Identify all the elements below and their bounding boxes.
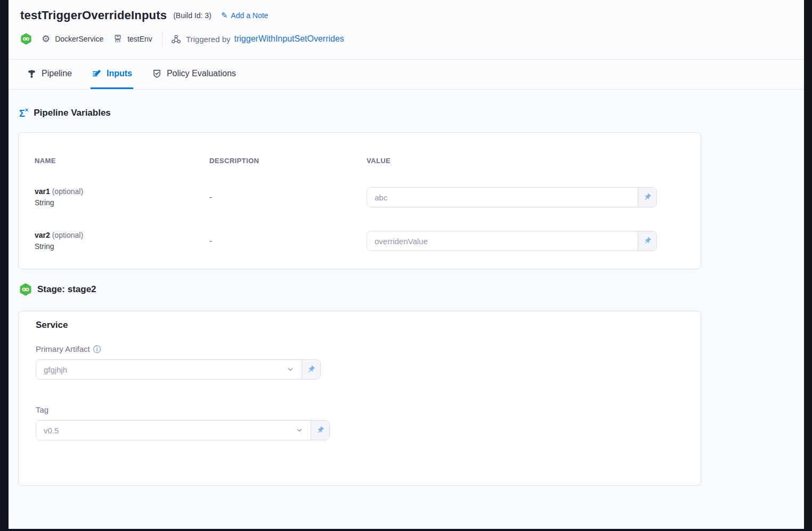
pin-icon [307,365,315,374]
variable-value-field: abc [367,187,657,207]
execution-header: testTriggerOverrideInputs (Build Id: 3) … [9,0,804,60]
execution-tabbar: Pipeline Inputs Policy Evaluations [9,60,804,90]
inputs-icon [92,69,102,79]
variable-optional-label: (optional) [52,231,83,239]
trigger-info: Triggered by [171,34,231,44]
variable-type: String [35,241,200,252]
tab-inputs[interactable]: Inputs [91,60,133,89]
chevron-down-icon [287,366,294,373]
pipeline-icon [27,69,37,79]
variable-name: var1 [35,187,50,196]
tab-pipeline-label: Pipeline [42,69,72,78]
service-name: DockerService [55,35,103,43]
pin-button[interactable] [638,231,656,251]
primary-artifact-label-row: Primary Artifact ⓘ [36,344,684,353]
stage-title: Stage: stage2 [37,284,96,295]
service-section-title: Service [36,320,684,331]
environment-info: testEnv [113,34,152,44]
stage-icon [19,283,32,296]
pin-button[interactable] [302,360,320,379]
pencil-icon: ✎ [221,11,228,20]
build-id: (Build Id: 3) [173,11,212,20]
execution-page: testTriggerOverrideInputs (Build Id: 3) … [9,0,804,529]
variable-type: String [35,197,200,208]
primary-artifact-label: Primary Artifact [36,344,90,353]
policy-check-icon [152,69,162,79]
variable-value-input[interactable]: abc [367,188,638,207]
variable-value-input[interactable]: overridenValue [367,231,638,251]
info-icon[interactable]: ⓘ [93,345,101,353]
variable-description: - [200,237,367,245]
inputs-tab-content: Σ× Pipeline Variables NAME DESCRIPTION V… [9,108,804,486]
tab-policy-evaluations-label: Policy Evaluations [167,69,236,78]
variable-name: var2 [35,231,50,239]
pin-icon [643,193,652,202]
variable-description: - [200,193,367,202]
column-header-name: NAME [35,157,200,165]
stage-heading: Stage: stage2 [19,283,804,296]
variable-row-name: var1 (optional) String [35,186,200,208]
pin-icon [316,426,324,435]
tab-policy-evaluations[interactable]: Policy Evaluations [151,60,237,89]
pipeline-variables-card: NAME DESCRIPTION VALUE var1 (optional) S… [18,132,701,269]
header-divider [162,31,163,47]
variable-row-name: var2 (optional) String [35,230,200,252]
triggered-by-label: Triggered by [186,35,231,44]
tab-pipeline[interactable]: Pipeline [26,60,73,89]
tag-select: v0.5 [36,420,330,440]
pipeline-variables-title: Pipeline Variables [34,108,111,118]
chevron-down-icon [296,427,303,434]
tag-dropdown[interactable]: v0.5 [36,421,311,440]
variables-sigma-icon: Σ× [19,108,28,118]
column-header-description: DESCRIPTION [200,157,367,165]
variable-value-field: overridenValue [367,231,657,251]
pin-button[interactable] [311,421,329,440]
cd-stage-icon [20,33,32,45]
variables-table: NAME DESCRIPTION VALUE var1 (optional) S… [35,157,685,252]
tag-label: Tag [36,405,48,414]
service-info: ⚙ DockerService [42,34,103,44]
variable-optional-label: (optional) [52,187,83,196]
pin-button[interactable] [638,188,656,207]
environment-icon [113,34,123,44]
webhook-icon [171,34,181,44]
trigger-link[interactable]: triggerWithInputSetOverrides [234,34,344,44]
pin-icon [643,237,652,245]
pipeline-variables-heading: Σ× Pipeline Variables [19,108,804,118]
environment-name: testEnv [127,35,152,43]
gear-icon: ⚙ [42,34,50,44]
primary-artifact-select: gfgjhjh [36,359,321,380]
tab-inputs-label: Inputs [107,69,132,78]
add-note-button[interactable]: ✎ Add a Note [221,11,269,20]
primary-artifact-dropdown[interactable]: gfgjhjh [36,360,302,379]
stage-type-badge [20,33,32,45]
service-card: Service Primary Artifact ⓘ gfgjhjh [18,311,701,486]
tag-label-row: Tag [36,405,684,414]
column-header-value: VALUE [367,157,685,165]
page-title: testTriggerOverrideInputs [20,9,167,22]
add-note-label: Add a Note [231,11,268,20]
